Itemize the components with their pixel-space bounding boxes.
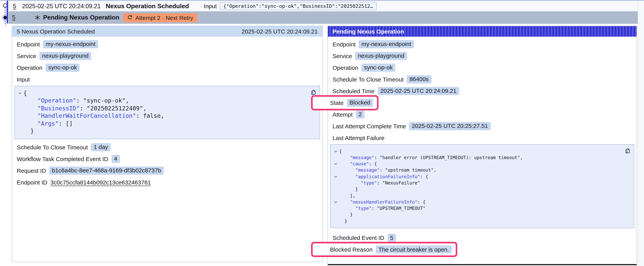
field-value-chip: 2025-02-25 UTC 20:25:27.51 xyxy=(409,122,490,130)
chevron-spacer xyxy=(16,105,24,112)
event-history-rows: 5 2025-02-25 UTC 20:24:09.21 Nexus Opera… xyxy=(0,1,638,24)
field-value-chip: 5 xyxy=(387,234,396,242)
field-row: Schedule To Close Timeout1 day xyxy=(17,143,318,151)
json-code-line: "HandlerWaitForCancellation": false, xyxy=(16,112,309,120)
input-preview-chip[interactable]: {"Operation":"sync-op-ok","BusinessID":"… xyxy=(220,2,376,10)
panel-time: 2025-02-25 UTC 20:24:09.21 xyxy=(242,28,318,35)
field-label: Attempt xyxy=(332,111,352,118)
scheduled-panel-header: 5 Nexus Operation Scheduled 2025-02-25 U… xyxy=(12,26,322,37)
chevron-spacer xyxy=(16,97,24,105)
field-row: Servicenexus-playground xyxy=(332,52,632,60)
chevron-down-icon[interactable] xyxy=(332,173,339,180)
field-value-chip: b1c6a4bc-8ee7-468a-9169-df3b02c8737b xyxy=(49,166,164,174)
retry-badge: Attempt 2 · Next Retry xyxy=(123,13,197,22)
pending-panel-header: Pending Nexus Operation xyxy=(328,26,636,37)
field-row: Last Attempt Failure xyxy=(332,134,632,142)
chevron-spacer xyxy=(16,120,24,128)
field-row: Scheduled Time2025-02-25 UTC 20:24:09.21 xyxy=(332,87,632,95)
event-row-pending[interactable]: 5 Pending Nexus Operation Attempt 2 · Ne… xyxy=(8,11,638,24)
field-label: Scheduled Event ID xyxy=(332,234,384,241)
field-row: Scheduled Event ID5 xyxy=(332,234,632,242)
json-code-line: } xyxy=(332,212,623,218)
chevron-spacer xyxy=(332,186,339,193)
chevron-spacer xyxy=(16,112,24,120)
field-value-chip: 1 day xyxy=(91,143,111,151)
copy-icon[interactable] xyxy=(310,89,316,95)
json-code-line: } xyxy=(332,218,623,224)
field-label: Schedule To Close Timeout xyxy=(332,76,404,83)
field-label: Endpoint xyxy=(332,41,356,47)
field-label: Endpoint xyxy=(17,41,40,47)
json-code-line: "Operation": "sync-op-ok", xyxy=(16,97,309,105)
field-row: StateBlocked xyxy=(332,99,632,107)
panel-title: 5 Nexus Operation Scheduled xyxy=(17,28,95,35)
json-code-line: "message": "handler error (UPSTREAM_TIME… xyxy=(332,154,623,161)
event-id-link[interactable]: 5 xyxy=(12,14,16,21)
field-row: Attempt2 xyxy=(332,110,632,118)
panel-title: Pending Nexus Operation xyxy=(332,28,404,35)
field-row: Schedule To Close Timeout86400s xyxy=(332,75,632,83)
json-code-line: }, xyxy=(332,192,623,199)
field-label: Blocked Reason xyxy=(330,246,372,253)
chevron-spacer xyxy=(332,205,339,212)
field-label: Endpoint ID xyxy=(17,179,47,185)
field-value-chip: sync-op-ok xyxy=(46,63,80,72)
json-code-line: "Args": [] xyxy=(16,120,309,128)
field-row: Input xyxy=(17,75,318,83)
json-code-line: "BusinessID": "20250225122409", xyxy=(16,105,309,112)
json-code-line: { xyxy=(16,90,309,97)
field-row: Last Attempt Complete Time2025-02-25 UTC… xyxy=(332,122,632,130)
retry-badge-label: Attempt 2 · Next Retry xyxy=(135,14,193,21)
json-code-line: "nexusHandlerFailureInfo": { xyxy=(332,199,623,205)
copy-icon[interactable] xyxy=(624,148,631,154)
field-row: Endpointmy-nexus-endpoint xyxy=(332,40,632,48)
field-row: Operationsync-op-ok xyxy=(332,63,632,72)
panel-bottom-border xyxy=(328,264,636,265)
field-label: Last Attempt Complete Time xyxy=(332,123,406,129)
event-details-view: 5 2025-02-25 UTC 20:24:09.21 Nexus Opera… xyxy=(0,0,644,266)
field-label: Service xyxy=(17,53,36,59)
field-row: Servicenexus-playground xyxy=(17,52,318,60)
event-row-scheduled[interactable]: 5 2025-02-25 UTC 20:24:09.21 Nexus Opera… xyxy=(8,1,638,11)
field-label: Schedule To Close Timeout xyxy=(17,144,88,150)
field-row: Endpointmy-nexus-endpoint xyxy=(17,40,318,48)
chevron-spacer xyxy=(332,154,339,161)
chevron-down-icon[interactable] xyxy=(332,161,339,167)
chevron-spacer xyxy=(332,218,339,224)
event-id-link[interactable]: 5 xyxy=(13,3,16,10)
chevron-spacer xyxy=(332,212,339,218)
field-value-chip: 2025-02-25 UTC 20:24:09.21 xyxy=(378,87,459,95)
scrollbar-track[interactable] xyxy=(638,1,644,266)
scheduled-event-panel: 5 Nexus Operation Scheduled 2025-02-25 U… xyxy=(12,26,323,262)
json-code-line: "cause": { xyxy=(332,161,623,167)
json-code-line: } xyxy=(16,128,309,135)
field-label: Scheduled Time xyxy=(332,88,374,94)
field-value-chip: 86400s xyxy=(407,75,431,83)
field-row: Operationsync-op-ok xyxy=(17,63,318,72)
chevron-spacer xyxy=(332,180,339,186)
field-label: Operation xyxy=(17,64,42,71)
field-label: Workflow Task Completed Event ID xyxy=(17,155,108,162)
json-code-line: { xyxy=(332,148,623,154)
chevron-down-icon[interactable] xyxy=(332,148,339,154)
pending-operation-panel: Pending Nexus Operation Endpointmy-nexus… xyxy=(328,26,637,266)
json-code-line: "type": "UPSTREAM_TIMEOUT" xyxy=(332,205,623,212)
endpoint-id-link[interactable]: 3c0c75ccfa8144b092c13ce632463761 xyxy=(50,179,151,185)
field-row: Request IDb1c6a4bc-8ee7-468a-9169-df3b02… xyxy=(17,166,318,174)
field-label: Request ID xyxy=(17,167,46,174)
field-value-chip: my-nexus-endpoint xyxy=(359,40,414,48)
input-label: Input xyxy=(204,3,217,9)
json-code-block: { "message": "handler error (UPSTREAM_TI… xyxy=(330,144,634,228)
chevron-spacer xyxy=(332,167,339,174)
json-code-line: "applicationFailureInfo": { xyxy=(332,173,623,180)
chevron-spacer xyxy=(332,192,339,199)
field-value-chip: 2 xyxy=(356,110,364,118)
field-row: Blocked ReasonThe circuit breaker is ope… xyxy=(332,245,632,253)
chevron-down-icon[interactable] xyxy=(16,90,24,97)
field-row: Workflow Task Completed Event ID4 xyxy=(17,155,318,163)
selected-event-indicator xyxy=(6,1,8,24)
chevron-down-icon[interactable] xyxy=(332,199,339,205)
annotation-highlight: StateBlocked xyxy=(311,95,378,110)
json-code-block: { "Operation": "sync-op-ok", "BusinessID… xyxy=(14,86,320,139)
event-title: Pending Nexus Operation xyxy=(43,14,119,21)
